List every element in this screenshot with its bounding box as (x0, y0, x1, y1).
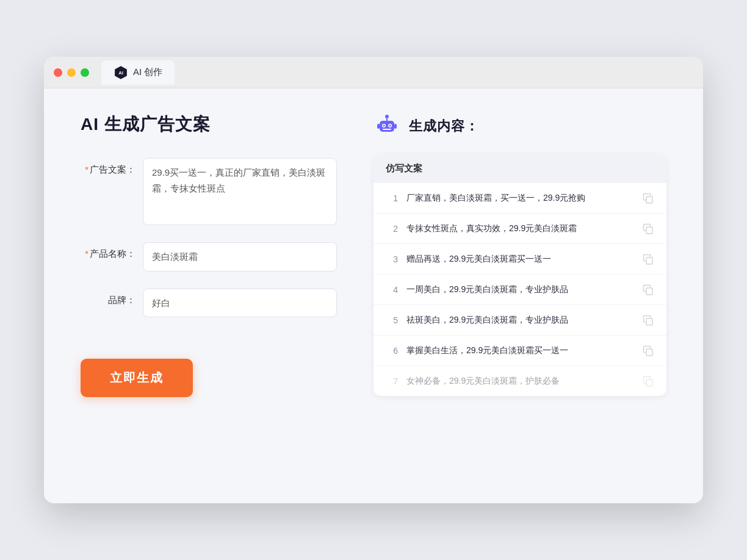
browser-titlebar: AI AI 创作 (44, 57, 703, 88)
result-row: 4 一周美白，29.9元美白淡斑霜，专业护肤品 (374, 275, 666, 305)
right-panel: 生成内容： 仿写文案 1 厂家直销，美白淡斑霜，买一送一，29.9元抢购 2 专… (374, 113, 666, 479)
svg-rect-12 (646, 196, 652, 203)
result-table: 仿写文案 1 厂家直销，美白淡斑霜，买一送一，29.9元抢购 2 专抹女性斑点，… (374, 154, 666, 396)
result-row: 6 掌握美白生活，29.9元美白淡斑霜买一送一 (374, 336, 666, 366)
result-number: 6 (386, 346, 398, 356)
svg-point-8 (389, 125, 391, 127)
result-row: 2 专抹女性斑点，真实功效，29.9元美白淡斑霜 (374, 214, 666, 244)
ai-tab-icon: AI (114, 65, 128, 80)
maximize-button[interactable] (81, 68, 89, 77)
copy-icon[interactable] (642, 192, 654, 204)
product-name-group: *产品名称： (81, 242, 337, 271)
right-title: 生成内容： (409, 117, 479, 135)
page-title: AI 生成广告文案 (81, 113, 337, 136)
ad-copy-group: *广告文案： (81, 158, 337, 225)
browser-window: AI AI 创作 AI 生成广告文案 *广告文案： *产品名称： (44, 57, 703, 503)
svg-rect-15 (646, 288, 652, 295)
svg-rect-17 (646, 349, 652, 356)
result-number: 5 (386, 315, 398, 325)
minimize-button[interactable] (67, 68, 76, 77)
brand-label: 品牌： (81, 289, 135, 306)
svg-rect-16 (646, 318, 652, 325)
copy-icon[interactable] (642, 375, 654, 387)
close-button[interactable] (54, 68, 62, 77)
result-text: 一周美白，29.9元美白淡斑霜，专业护肤品 (406, 283, 633, 296)
result-text: 掌握美白生活，29.9元美白淡斑霜买一送一 (406, 344, 633, 357)
brand-group: 品牌： (81, 289, 337, 318)
result-number: 1 (386, 193, 398, 203)
result-text: 赠品再送，29.9元美白淡斑霜买一送一 (406, 253, 633, 265)
result-number: 7 (386, 376, 398, 386)
svg-rect-4 (380, 121, 394, 132)
result-row: 7 女神必备，29.9元美白淡斑霜，护肤必备 (374, 366, 666, 396)
product-name-input[interactable] (143, 242, 337, 271)
generate-button[interactable]: 立即生成 (81, 359, 193, 397)
svg-point-2 (385, 115, 389, 118)
browser-tab[interactable]: AI AI 创作 (101, 60, 175, 85)
svg-rect-18 (646, 379, 652, 386)
svg-text:AI: AI (118, 70, 123, 76)
copy-icon[interactable] (642, 345, 654, 357)
svg-rect-10 (377, 124, 380, 129)
result-text: 厂家直销，美白淡斑霜，买一送一，29.9元抢购 (406, 192, 633, 204)
result-number: 4 (386, 285, 398, 295)
right-header: 生成内容： (374, 113, 666, 140)
copy-icon[interactable] (642, 284, 654, 296)
result-number: 3 (386, 254, 398, 264)
copy-icon[interactable] (642, 223, 654, 235)
robot-icon (374, 113, 400, 140)
left-panel: AI 生成广告文案 *广告文案： *产品名称： 品牌： 立即生成 (81, 113, 337, 479)
result-row: 3 赠品再送，29.9元美白淡斑霜买一送一 (374, 244, 666, 275)
ad-copy-input[interactable] (143, 158, 337, 225)
ad-copy-label: *广告文案： (81, 158, 135, 176)
ad-copy-required: * (85, 164, 88, 174)
svg-rect-13 (646, 227, 652, 234)
product-name-required: * (85, 248, 88, 259)
result-number: 2 (386, 224, 398, 234)
result-text: 祛斑美白，29.9元美白淡斑霜，专业护肤品 (406, 314, 633, 326)
result-table-header: 仿写文案 (374, 154, 666, 183)
copy-icon[interactable] (642, 253, 654, 265)
result-text: 女神必备，29.9元美白淡斑霜，护肤必备 (406, 375, 633, 387)
result-text: 专抹女性斑点，真实功效，29.9元美白淡斑霜 (406, 222, 633, 235)
result-row: 5 祛斑美白，29.9元美白淡斑霜，专业护肤品 (374, 305, 666, 336)
copy-icon[interactable] (642, 314, 654, 326)
svg-rect-11 (394, 124, 397, 129)
brand-input[interactable] (143, 289, 337, 318)
tab-label: AI 创作 (133, 66, 162, 78)
traffic-lights (54, 68, 89, 77)
browser-content: AI 生成广告文案 *广告文案： *产品名称： 品牌： 立即生成 (44, 88, 703, 503)
product-name-label: *产品名称： (81, 242, 135, 260)
svg-point-7 (383, 125, 385, 127)
svg-rect-14 (646, 257, 652, 264)
result-row: 1 厂家直销，美白淡斑霜，买一送一，29.9元抢购 (374, 183, 666, 214)
